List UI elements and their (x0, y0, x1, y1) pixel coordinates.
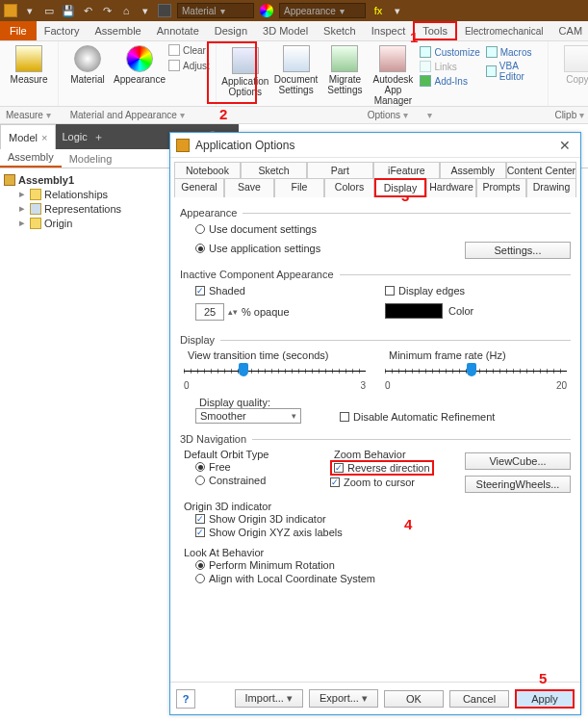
export-button[interactable]: Export... (309, 689, 378, 708)
tree-root[interactable]: Assembly1 (4, 173, 160, 187)
fx-icon[interactable]: fx (371, 4, 385, 17)
qat-caret[interactable]: ▾ (391, 4, 404, 17)
check-reverse-direction[interactable]: Reverse direction (330, 460, 434, 476)
tab-sketch[interactable]: Sketch (316, 21, 364, 40)
adjust-button[interactable]: Adjust (168, 59, 210, 72)
undo-icon[interactable]: ↶ (81, 4, 94, 17)
dialog-close-button[interactable]: ✕ (555, 138, 575, 153)
dlgtab-part[interactable]: Part (307, 162, 373, 178)
import-button[interactable]: Import... (235, 689, 303, 708)
tab-design[interactable]: Design (207, 21, 255, 40)
tab-3dmodel[interactable]: 3D Model (255, 21, 316, 40)
clear-button[interactable]: Clear (168, 43, 210, 57)
material-combo[interactable]: Material▾ (177, 3, 254, 18)
check-show-origin-xyz[interactable]: Show Origin XYZ axis labels (180, 526, 571, 539)
radio-icon (195, 244, 205, 253)
home-icon[interactable]: ⌂ (119, 4, 133, 17)
autodesk-app-manager-button[interactable]: Autodesk App Manager (371, 43, 414, 106)
dlgtab-ifeature[interactable]: iFeature (373, 162, 440, 178)
tree-representations[interactable]: ▸Representations (4, 201, 160, 216)
radio-orbit-constrained[interactable]: Constrained (180, 474, 324, 487)
check-disable-auto-refinement[interactable]: Disable Automatic Refinement (340, 410, 495, 424)
dlgtab-display[interactable]: Display (374, 178, 426, 197)
radio-perform-min-rotation[interactable]: Perform Minimum Rotation (180, 558, 571, 572)
macros-button[interactable]: Macros (486, 45, 542, 59)
radio-align-local-cs[interactable]: Align with Local Coordinate System (180, 572, 571, 585)
radio-use-document-settings[interactable]: Use document settings (180, 222, 455, 236)
cancel-button[interactable]: Cancel (449, 690, 509, 708)
dlgtab-notebook[interactable]: Notebook (174, 162, 241, 178)
tab-env[interactable]: Electromechanical (457, 21, 551, 40)
radio-use-application-settings[interactable]: Use application settings (180, 242, 455, 255)
dlgtab-colors[interactable]: Colors (324, 178, 374, 197)
group-material-appearance[interactable]: Material and Appearance (70, 110, 185, 120)
model-tab[interactable]: Model× (0, 124, 56, 149)
application-options-button[interactable]: Application Options (222, 43, 268, 99)
dlgtab-drawing[interactable]: Drawing (526, 178, 576, 197)
tree-origin[interactable]: ▸Origin (4, 216, 160, 230)
radio-label: Align with Local Coordinate System (209, 573, 375, 584)
expand-icon[interactable]: ▸ (17, 188, 27, 200)
material-swatch[interactable] (158, 4, 171, 17)
expand-icon[interactable]: ▸ (17, 202, 27, 215)
dlgtab-hardware[interactable]: Hardware (426, 178, 476, 197)
radio-orbit-free[interactable]: Free (180, 460, 324, 474)
tab-cam[interactable]: CAM (551, 21, 588, 40)
tab-file[interactable]: File (0, 21, 37, 40)
tree-relationships[interactable]: ▸Relationships (4, 187, 160, 201)
links-button[interactable]: Links (420, 60, 479, 73)
tab-tools[interactable]: Tools (413, 21, 457, 40)
appearance-swatch[interactable] (260, 4, 273, 17)
logic-add-icon[interactable]: ＋ (93, 130, 104, 144)
document-settings-button[interactable]: Document Settings (274, 43, 319, 95)
folder-icon (30, 189, 41, 200)
min-frame-rate-slider[interactable] (385, 363, 567, 378)
check-display-edges[interactable]: Display edges (385, 284, 571, 297)
dlgtab-prompts[interactable]: Prompts (476, 178, 526, 197)
apply-button[interactable]: Apply (515, 689, 575, 709)
expand-icon[interactable]: ▸ (17, 217, 27, 229)
copy-button[interactable]: Copy (554, 43, 588, 85)
material-button[interactable]: Material (64, 43, 111, 85)
appearance-combo[interactable]: Appearance▾ (279, 3, 366, 18)
tab-factory[interactable]: Factory (37, 21, 88, 40)
dlgtab-general[interactable]: General (174, 178, 224, 197)
tab-inspect[interactable]: Inspect (364, 21, 413, 40)
check-label: Shaded (209, 285, 245, 297)
ok-button[interactable]: OK (384, 690, 444, 708)
addins-button[interactable]: Add-Ins (420, 74, 479, 88)
view-transition-slider[interactable] (184, 363, 366, 378)
display-quality-combo[interactable]: Smoother (195, 408, 301, 424)
subtab-assembly[interactable]: Assembly (0, 148, 62, 168)
help-button[interactable]: ? (176, 689, 195, 709)
check-show-origin-indicator[interactable]: Show Origin 3D indicator (180, 512, 571, 526)
color-swatch[interactable] (385, 303, 443, 319)
new-icon[interactable]: ▾ (23, 4, 37, 17)
opaque-input[interactable]: 25 (195, 303, 224, 321)
tab-annotate[interactable]: Annotate (149, 21, 207, 40)
group-measure[interactable]: Measure (6, 110, 51, 120)
measure-button[interactable]: Measure (6, 43, 52, 85)
dlgtab-assembly[interactable]: Assembly (440, 162, 506, 178)
dlgtab-file[interactable]: File (274, 178, 324, 197)
viewcube-button[interactable]: ViewCube... (465, 452, 571, 470)
redo-icon[interactable]: ↷ (100, 4, 114, 17)
subtab-modeling[interactable]: Modeling (62, 150, 120, 168)
migrate-settings-button[interactable]: Migrate Settings (323, 43, 366, 95)
open-icon[interactable]: ▭ (42, 4, 56, 17)
settings-button[interactable]: Settings... (465, 242, 571, 259)
tab-assemble[interactable]: Assemble (87, 21, 148, 40)
dlgtab-sketch[interactable]: Sketch (241, 162, 307, 178)
dlgtab-save[interactable]: Save (224, 178, 274, 197)
settings-caret[interactable]: ▾ (139, 4, 152, 17)
check-shaded[interactable]: Shaded (180, 284, 366, 297)
check-zoom-to-cursor[interactable]: Zoom to cursor (330, 476, 446, 489)
close-icon[interactable]: × (41, 132, 47, 143)
group-options[interactable]: Options (368, 110, 408, 120)
save-icon[interactable]: 💾 (62, 4, 75, 17)
dlgtab-contentcenter[interactable]: Content Center (506, 162, 576, 178)
vba-editor-button[interactable]: VBA Editor (486, 60, 542, 83)
customize-button[interactable]: Customize (420, 45, 479, 59)
steeringwheels-button[interactable]: SteeringWheels... (465, 476, 571, 493)
appearance-button[interactable]: Appearance (116, 43, 163, 85)
